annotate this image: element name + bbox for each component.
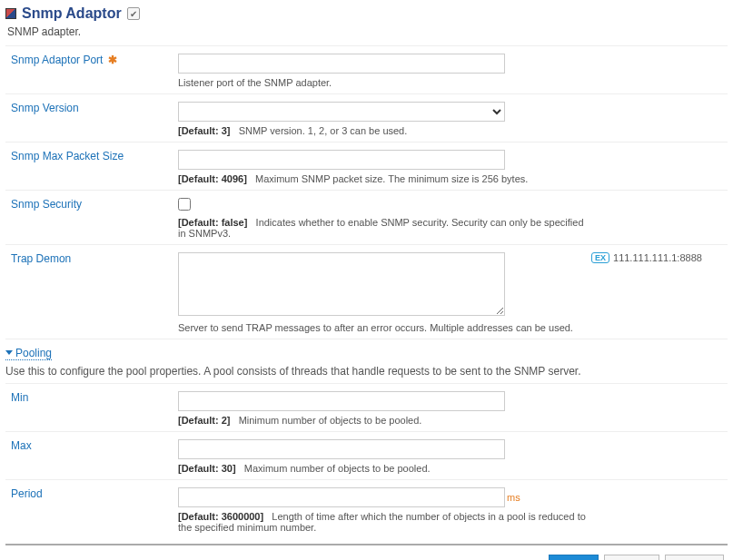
maxpacket-input[interactable]: [178, 150, 505, 170]
trap-textarea[interactable]: [178, 252, 505, 316]
field-row-version: Snmp Version [Default: 3] SNMP version. …: [5, 93, 728, 142]
enabled-checkmark-icon[interactable]: ✔: [127, 7, 140, 20]
port-input[interactable]: [178, 54, 505, 74]
maxpacket-help-text: Maximum SNMP packet size. The minimum si…: [255, 173, 528, 184]
min-help: [Default: 2] Minimum number of objects t…: [178, 415, 591, 426]
period-input[interactable]: [178, 487, 505, 507]
example-value: 111.111.111.1:8888: [613, 252, 702, 263]
max-input[interactable]: [178, 439, 505, 459]
label-security: Snmp Security: [5, 198, 178, 211]
version-help-text: SNMP version. 1, 2, or 3 can be used.: [239, 125, 408, 136]
ok-button[interactable]: OK: [549, 555, 599, 560]
label-trap: Trap Demon: [5, 252, 178, 265]
label-port-text: Snmp Adaptor Port: [11, 54, 103, 66]
chevron-down-icon: [5, 350, 13, 355]
example-badge: EX: [591, 252, 609, 263]
period-help: [Default: 3600000] Length of time after …: [178, 511, 591, 533]
adaptor-icon: [5, 8, 16, 19]
maxpacket-help: [Default: 4096] Maximum SNMP packet size…: [178, 173, 591, 184]
version-default: [Default: 3]: [178, 125, 230, 136]
period-unit: ms: [507, 492, 520, 503]
max-help-text: Maximum number of objects to be pooled.: [244, 463, 431, 474]
label-port: Snmp Adaptor Port ✱: [5, 54, 178, 66]
delete-button[interactable]: Delete: [665, 555, 724, 560]
period-default: [Default: 3600000]: [178, 511, 263, 522]
security-default: [Default: false]: [178, 217, 247, 228]
maxpacket-default: [Default: 4096]: [178, 173, 247, 184]
field-row-max: Max [Default: 30] Maximum number of obje…: [5, 431, 728, 479]
label-period: Period: [5, 487, 178, 500]
field-row-maxpacket: Snmp Max Packet Size [Default: 4096] Max…: [5, 142, 728, 190]
required-icon: ✱: [108, 54, 117, 66]
label-max: Max: [5, 439, 178, 452]
min-help-text: Minimum number of objects to be pooled.: [239, 415, 422, 426]
version-select[interactable]: [178, 102, 505, 122]
label-maxpacket: Snmp Max Packet Size: [5, 150, 178, 162]
page-subtitle: SNMP adapter.: [7, 25, 728, 38]
button-bar: OK Reset Delete: [5, 545, 728, 560]
pooling-desc: Use this to configure the pool propertie…: [5, 365, 728, 378]
reset-button[interactable]: Reset: [604, 555, 659, 560]
port-help: Listener port of the SNMP adapter.: [178, 77, 591, 88]
max-help: [Default: 30] Maximum number of objects …: [178, 463, 591, 474]
field-row-trap: Trap Demon Server to send TRAP messages …: [5, 244, 728, 339]
field-row-security: Snmp Security [Default: false] Indicates…: [5, 190, 728, 244]
security-help: [Default: false] Indicates whether to en…: [178, 217, 591, 239]
field-row-port: Snmp Adaptor Port ✱ Listener port of the…: [5, 45, 728, 93]
label-min: Min: [5, 391, 178, 404]
pooling-toggle[interactable]: Pooling: [5, 347, 52, 360]
version-help: [Default: 3] SNMP version. 1, 2, or 3 ca…: [178, 125, 591, 136]
field-row-min: Min [Default: 2] Minimum number of objec…: [5, 383, 728, 431]
trap-help: Server to send TRAP messages to after an…: [178, 322, 591, 333]
label-version: Snmp Version: [5, 102, 178, 114]
max-default: [Default: 30]: [178, 463, 236, 474]
page-title: Snmp Adaptor: [22, 5, 122, 22]
min-input[interactable]: [178, 391, 505, 411]
pooling-heading-text: Pooling: [15, 347, 52, 359]
field-row-period: Period ms [Default: 3600000] Length of t…: [5, 479, 728, 538]
security-checkbox[interactable]: [178, 198, 191, 211]
min-default: [Default: 2]: [178, 415, 230, 426]
pooling-section-header: Pooling: [5, 339, 728, 363]
